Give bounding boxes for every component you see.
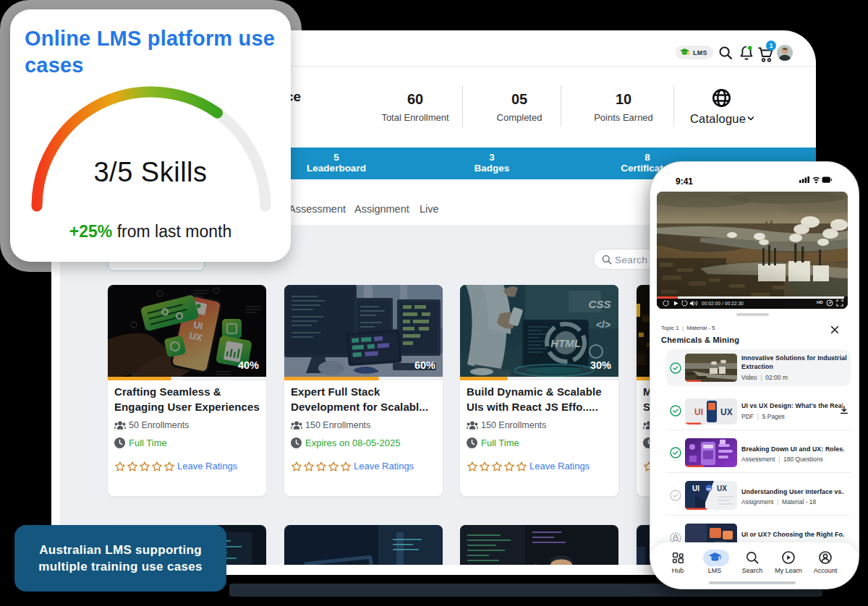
svg-text:UI: UI: [694, 407, 703, 417]
svg-text:UX: UX: [717, 485, 727, 492]
svg-text:UI: UI: [692, 485, 699, 492]
svg-text:vs: vs: [707, 487, 712, 491]
svg-text:UX: UX: [720, 407, 733, 417]
svg-text:</>: </>: [529, 563, 540, 565]
